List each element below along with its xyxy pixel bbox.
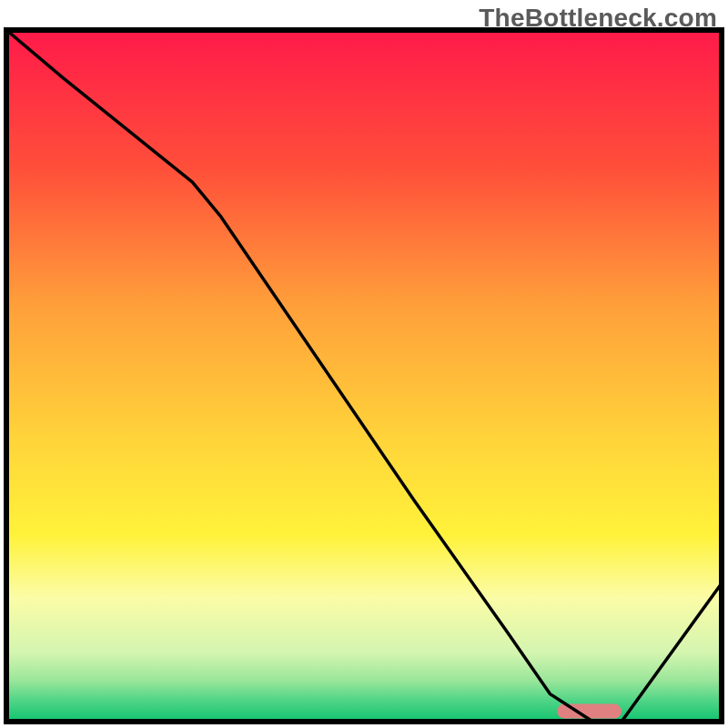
gradient-background xyxy=(6,30,722,722)
bottleneck-chart: TheBottleneck.com xyxy=(0,0,728,728)
chart-canvas xyxy=(0,0,728,728)
watermark-text: TheBottleneck.com xyxy=(479,4,717,33)
